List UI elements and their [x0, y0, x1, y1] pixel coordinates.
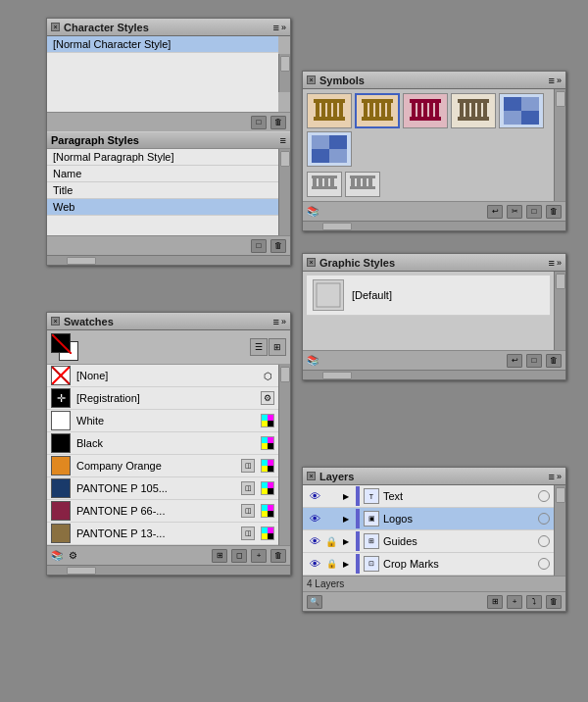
graphic-styles-h-scroll[interactable]	[303, 370, 565, 379]
place-symbol-btn[interactable]: ↩	[487, 205, 503, 219]
new-para-style-btn[interactable]: □	[251, 239, 267, 253]
layer-text-target[interactable]	[538, 490, 550, 502]
symbol-item-4[interactable]	[451, 93, 496, 128]
char-styles-collapse-icon[interactable]: »	[281, 23, 286, 32]
fg-swatch[interactable]	[51, 333, 71, 353]
layer-text-lock[interactable]	[324, 489, 338, 503]
swatch-pantone-66[interactable]: PANTONE P 66-... ◫	[47, 500, 278, 523]
symbols-lib-icon[interactable]: 📚	[307, 206, 318, 217]
swatches-lib-icon[interactable]: 📚	[51, 550, 63, 561]
symbols-collapse-icon[interactable]: »	[557, 75, 562, 85]
para-styles-scrollbar[interactable]	[278, 149, 290, 235]
para-styles-scrollthumb[interactable]	[280, 151, 290, 167]
new-swatch-btn[interactable]: +	[251, 549, 267, 563]
symbol-item-2[interactable]	[355, 93, 400, 128]
symbols-menu-icon[interactable]: ≡	[549, 75, 555, 86]
break-link-btn[interactable]: ✂	[507, 205, 522, 219]
swatch-black[interactable]: Black	[47, 432, 278, 455]
layer-logos[interactable]: 👁 ▶ ▣ Logos	[303, 508, 554, 530]
layer-guides-lock[interactable]: 🔒	[324, 534, 338, 548]
char-styles-scrollbar[interactable]	[278, 54, 290, 92]
delete-para-style-btn[interactable]: 🗑	[270, 239, 286, 253]
layer-crop-marks[interactable]: 👁 🔒 ▶ ⊡ Crop Marks	[303, 553, 554, 576]
swatch-company-orange[interactable]: Company Orange ◫	[47, 455, 278, 477]
para-style-normal[interactable]: [Normal Paragraph Style]	[47, 149, 278, 166]
layer-crop-marks-arrow[interactable]: ▶	[340, 558, 352, 570]
swatch-pantone-13[interactable]: PANTONE P 13-... ◫	[47, 523, 278, 545]
symbol-item-3[interactable]	[403, 93, 448, 128]
layer-crop-marks-target[interactable]	[538, 558, 550, 570]
swatches-close[interactable]: ×	[51, 317, 60, 326]
swatch-grid-view-btn[interactable]: ⊞	[212, 549, 227, 563]
swatches-collapse-icon[interactable]: »	[281, 317, 286, 326]
grid-view-btn[interactable]: ⊞	[269, 338, 286, 356]
new-symbol-btn[interactable]: □	[526, 205, 542, 219]
graphic-styles-collapse-icon[interactable]: »	[557, 258, 562, 268]
layers-delete-btn[interactable]: 🗑	[546, 595, 562, 609]
layer-text-eye[interactable]: 👁	[307, 488, 322, 504]
graphic-styles-close[interactable]: ×	[307, 258, 316, 267]
symbol-item-1[interactable]	[307, 93, 352, 128]
layer-crop-marks-eye[interactable]: 👁	[307, 556, 322, 572]
swatches-options-icon[interactable]: ⚙	[69, 550, 77, 561]
para-style-name[interactable]: Name	[47, 166, 278, 182]
graphic-style-default[interactable]: [Default]	[307, 276, 550, 316]
copy-graphic-style-btn[interactable]: □	[526, 354, 542, 368]
swatches-menu-icon[interactable]: ≡	[273, 316, 279, 327]
layer-guides-arrow[interactable]: ▶	[340, 535, 352, 547]
new-graphic-style-btn[interactable]: ↩	[507, 354, 522, 368]
swatch-none[interactable]: [None] ⬡	[47, 365, 278, 387]
layer-logos-eye[interactable]: 👁	[307, 511, 322, 526]
delete-swatch-btn[interactable]: 🗑	[270, 549, 286, 563]
layer-guides-eye[interactable]: 👁	[307, 533, 322, 549]
layers-new-layer-btn[interactable]: +	[507, 595, 522, 609]
graphic-styles-menu-icon[interactable]: ≡	[549, 257, 555, 269]
char-styles-h-scroll[interactable]	[47, 255, 290, 265]
new-swatch-group-btn[interactable]: ◻	[231, 549, 247, 563]
delete-graphic-style-btn[interactable]: 🗑	[546, 354, 562, 368]
layers-collapse-icon[interactable]: »	[557, 472, 562, 481]
layer-guides-target[interactable]	[538, 535, 550, 547]
delete-char-style-btn[interactable]: 🗑	[270, 116, 286, 129]
layers-search-btn[interactable]: 🔍	[307, 595, 322, 609]
layer-text-arrow[interactable]: ▶	[340, 490, 352, 502]
layer-logos-target[interactable]	[538, 513, 550, 525]
layers-close[interactable]: ×	[307, 472, 316, 480]
layer-guides[interactable]: 👁 🔒 ▶ ⊞ Guides	[303, 530, 554, 553]
symbols-scrollbar[interactable]	[554, 89, 565, 201]
para-style-title[interactable]: Title	[47, 182, 278, 199]
graphic-styles-scrollbar[interactable]	[554, 272, 565, 350]
para-styles-footer: □ 🗑	[47, 235, 290, 255]
layer-text[interactable]: 👁 ▶ T Text	[303, 485, 554, 508]
layer-logos-arrow[interactable]: ▶	[340, 513, 352, 525]
para-style-web[interactable]: Web	[47, 199, 278, 216]
char-styles-scrollthumb[interactable]	[280, 56, 290, 72]
layers-move-btn[interactable]: ⤵	[526, 595, 542, 609]
layers-menu-icon[interactable]: ≡	[549, 471, 555, 482]
layer-crop-marks-lock[interactable]: 🔒	[324, 557, 338, 571]
svg-rect-13	[362, 99, 393, 103]
paragraph-styles-menu[interactable]: ≡	[280, 134, 286, 146]
delete-symbol-btn[interactable]: 🗑	[546, 205, 562, 219]
symbols-h-scroll[interactable]	[303, 221, 565, 230]
char-styles-close[interactable]: ×	[51, 23, 60, 31]
symbol-item-8[interactable]	[345, 172, 380, 197]
graphic-styles-lib-icon[interactable]: 📚	[307, 355, 318, 366]
swatch-white[interactable]: White	[47, 410, 278, 432]
swatch-registration[interactable]: ✛ [Registration] ⚙	[47, 387, 278, 410]
symbol-item-5[interactable]	[499, 93, 544, 128]
list-view-btn[interactable]: ☰	[250, 338, 268, 356]
layers-locate-btn[interactable]: ⊞	[487, 595, 503, 609]
swatches-scrollbar[interactable]	[278, 365, 290, 545]
symbols-close[interactable]: ×	[307, 75, 316, 84]
symbol-item-6[interactable]	[307, 131, 352, 167]
swatches-h-scroll[interactable]	[47, 565, 290, 575]
char-styles-menu-icon[interactable]: ≡	[273, 22, 279, 33]
svg-rect-26	[483, 101, 487, 119]
char-style-item-normal[interactable]: [Normal Character Style]	[47, 36, 278, 53]
layer-logos-lock[interactable]	[324, 512, 338, 526]
new-char-style-btn[interactable]: □	[251, 116, 267, 129]
swatch-pantone-105[interactable]: PANTONE P 105... ◫	[47, 477, 278, 500]
symbol-item-7[interactable]	[307, 172, 342, 197]
layers-scrollbar[interactable]	[554, 485, 565, 576]
